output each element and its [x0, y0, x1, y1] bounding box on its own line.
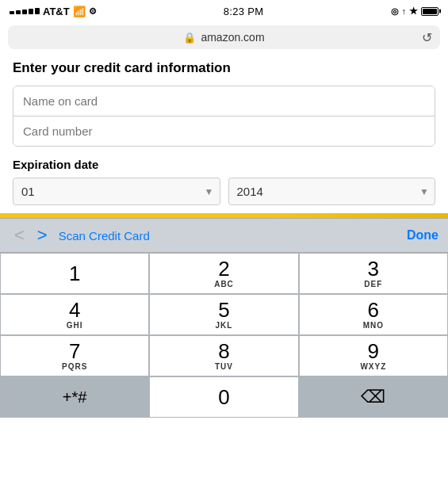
wifi-icon: 📶	[73, 6, 86, 17]
key-6[interactable]: 6 MNO	[299, 294, 448, 335]
url-label: amazon.com	[201, 31, 264, 44]
main-content: Enter your credit card information Expir…	[0, 49, 448, 205]
key-9[interactable]: 9 WXYZ	[299, 335, 448, 376]
status-time: 8:23 PM	[224, 6, 264, 17]
signal-dots	[10, 8, 40, 14]
key-backspace[interactable]: ⌫	[299, 376, 448, 418]
key-7[interactable]: 7 PQRS	[0, 335, 149, 376]
key-symbols[interactable]: +*#	[0, 376, 149, 418]
signal-icon: ⚙	[89, 6, 97, 17]
card-inputs-container	[13, 86, 435, 147]
keyboard-toolbar: < > Scan Credit Card Done	[0, 218, 448, 253]
arrow-up-icon: ↑	[402, 6, 407, 16]
key-1[interactable]: 1	[0, 253, 149, 294]
battery-indicator	[421, 7, 438, 16]
lock-icon: 🔒	[183, 32, 196, 44]
backspace-icon: ⌫	[361, 387, 385, 407]
status-right: ◎ ↑ ★	[391, 6, 439, 17]
key-4[interactable]: 4 GHI	[0, 294, 149, 335]
expiry-row: 01 02 03 04 05 06 07 08 09 10 11 12 ▼ 20…	[13, 178, 435, 205]
battery-fill	[423, 9, 437, 14]
nav-back-button[interactable]: <	[10, 223, 29, 247]
key-0[interactable]: 0	[149, 376, 298, 418]
status-left: AT&T 📶 ⚙	[10, 6, 97, 17]
name-on-card-input[interactable]	[13, 86, 435, 117]
keyboard-area: < > Scan Credit Card Done 1 2 ABC 3 DEF …	[0, 218, 448, 418]
key-8[interactable]: 8 TUV	[149, 335, 298, 376]
keyboard-nav: < > Scan Credit Card	[10, 223, 150, 247]
reload-button[interactable]: ↺	[422, 30, 432, 45]
key-3[interactable]: 3 DEF	[299, 253, 448, 294]
month-select-wrapper: 01 02 03 04 05 06 07 08 09 10 11 12 ▼	[13, 178, 220, 205]
year-select[interactable]: 2014 2015 2016 2017 2018	[228, 178, 436, 205]
done-button[interactable]: Done	[407, 228, 438, 243]
key-5[interactable]: 5 JKL	[149, 294, 298, 335]
status-bar: AT&T 📶 ⚙ 8:23 PM ◎ ↑ ★	[0, 0, 448, 22]
address-bar[interactable]: 🔒 amazon.com ↺	[8, 25, 440, 49]
bluetooth-icon: ★	[409, 6, 418, 17]
numpad: 1 2 ABC 3 DEF 4 GHI 5 JKL 6 MNO 7 PQRS 8	[0, 253, 448, 418]
month-select[interactable]: 01 02 03 04 05 06 07 08 09 10 11 12	[13, 178, 220, 205]
year-select-wrapper: 2014 2015 2016 2017 2018 ▼	[228, 178, 436, 205]
nav-forward-button[interactable]: >	[33, 223, 52, 247]
expiry-label: Expiration date	[13, 158, 435, 171]
key-2[interactable]: 2 ABC	[149, 253, 298, 294]
location-icon: ◎	[391, 6, 399, 17]
carrier-label: AT&T	[43, 6, 70, 17]
page-title: Enter your credit card information	[13, 60, 435, 76]
card-number-input[interactable]	[13, 117, 435, 146]
scan-credit-card-button[interactable]: Scan Credit Card	[59, 229, 150, 243]
